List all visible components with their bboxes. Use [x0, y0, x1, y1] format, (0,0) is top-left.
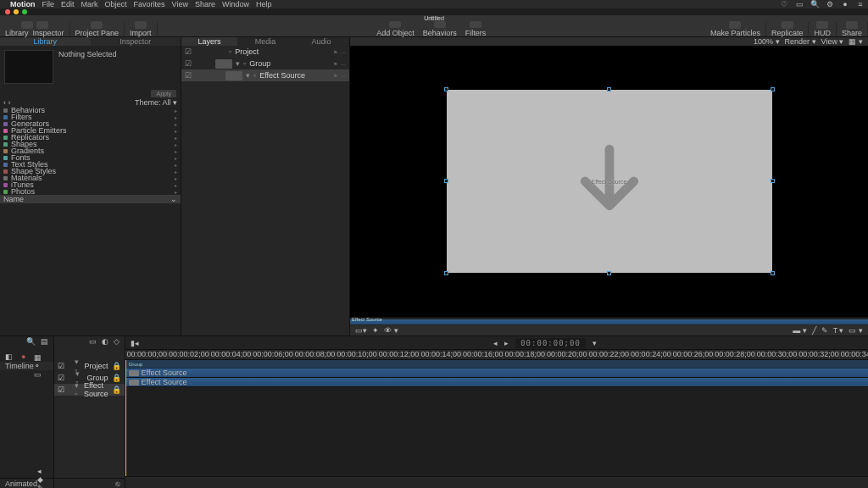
canvas[interactable]: Effect Source [350, 46, 868, 317]
visibility-checkbox[interactable]: ☑ [185, 59, 192, 68]
go-start[interactable]: ▮◂ [131, 339, 139, 347]
tool-share[interactable]: Share [837, 22, 868, 36]
tracks-area[interactable]: Group Effect Source Effect Source [125, 360, 868, 476]
zoom-window[interactable] [22, 9, 27, 14]
visibility-checkbox[interactable]: ☑ [58, 362, 64, 370]
tool-replicate[interactable]: Replicate [766, 22, 810, 36]
tab-inspector[interactable]: Inspector [91, 37, 181, 46]
display-icon[interactable]: ▭ [795, 0, 804, 8]
layer-row[interactable]: ☑▾▫Effect Source⚑⋯ [181, 69, 349, 81]
library-back[interactable]: ‹ › [3, 98, 11, 107]
keyframe-add[interactable]: ◆ [37, 475, 43, 484]
user-icon[interactable]: ● [841, 0, 849, 8]
show-keyframes-icon[interactable]: ◇ [114, 337, 120, 346]
menu-help[interactable]: Help [256, 0, 272, 8]
clip-track-1[interactable]: Effect Source [125, 369, 868, 378]
transport-bar: ▮◂ ◂ ▸ 00:00:00;00 ▾ ⟲ 🔉 [125, 336, 868, 350]
lock-icon[interactable]: ⚑ [333, 73, 337, 79]
timeline-row[interactable]: ☑▾ ▫Project🔒 [54, 360, 125, 372]
step-back[interactable]: ◂ [493, 339, 498, 347]
playhead[interactable] [125, 360, 126, 476]
menu-edit[interactable]: Edit [61, 0, 75, 8]
tool-select[interactable]: ▭▾ [355, 326, 367, 335]
tool-project-pane[interactable]: Project Pane [70, 22, 125, 36]
close-window[interactable] [5, 9, 10, 14]
clip-track-2[interactable]: Effect Source [125, 378, 868, 387]
canvas-render[interactable]: Render ▾ [785, 37, 816, 46]
tool-behaviors[interactable]: Behaviors [423, 21, 457, 37]
tab-layers[interactable]: Layers [181, 37, 237, 46]
play-button[interactable]: ▸ [504, 339, 509, 347]
record-button[interactable]: ● [21, 352, 25, 361]
timing-filter-icon[interactable]: ◧ [5, 352, 13, 361]
lock-icon[interactable]: ⚑ [333, 49, 337, 55]
tool-hud[interactable]: HUD [809, 22, 837, 36]
list-view-icon[interactable]: ▤ [41, 337, 48, 346]
show-video-icon[interactable]: ▭ [89, 337, 97, 346]
library-category[interactable]: Photos▸ [0, 188, 181, 195]
lock-icon[interactable]: 🔒 [112, 385, 121, 394]
tool-rectangle[interactable]: ▬ ▾ [793, 326, 807, 335]
lock-icon[interactable]: 🔒 [112, 362, 121, 370]
apply-button[interactable]: Apply [150, 89, 177, 98]
column-sort-icon[interactable]: ⌄ [170, 195, 177, 203]
spotlight-icon[interactable]: 🔍 [810, 0, 819, 8]
menu-extra-icon[interactable]: ≡ [856, 0, 865, 8]
timeline-row[interactable]: ☑▾ ▫Effect Source🔒 [54, 384, 125, 396]
minimize-window[interactable] [14, 9, 19, 14]
menu-share[interactable]: Share [195, 0, 215, 8]
mini-timeline[interactable]: Effect Source [350, 317, 868, 325]
menu-window[interactable]: Window [222, 0, 249, 8]
tool-text[interactable]: T ▾ [833, 326, 844, 335]
canvas-layout-icon[interactable]: ▦ ▾ [849, 37, 863, 46]
layer-row[interactable]: ☑▾▫Group⚑⋯ [181, 58, 349, 69]
menu-object[interactable]: Object [105, 0, 127, 8]
search-icon[interactable]: 🔍 [26, 337, 36, 346]
tool-line[interactable]: ╱ [812, 326, 816, 335]
timeline-options-icon[interactable]: ⚬ [34, 362, 41, 370]
name-column-header[interactable]: Name [3, 195, 24, 203]
main-toolbar: Library Inspector Project Pane Import Ad… [0, 22, 868, 37]
tool-make-particles[interactable]: Make Particles [705, 22, 766, 36]
lock-icon[interactable]: ⚑ [333, 61, 337, 67]
status-icon[interactable]: ♡ [780, 0, 788, 8]
time-ruler[interactable]: 00:00:00;0000:00:02;0000:00:04;0000:00:0… [125, 350, 868, 360]
control-center-icon[interactable]: ⚙ [826, 0, 834, 8]
timecode-display[interactable]: 00:00:00;00 [515, 338, 586, 348]
visibility-checkbox[interactable]: ☑ [185, 71, 192, 80]
timeline-view-icon[interactable]: ▦ [34, 353, 42, 362]
timecode-menu[interactable]: ▾ [593, 339, 597, 347]
visibility-checkbox[interactable]: ☑ [58, 385, 64, 394]
tool-library-inspector[interactable]: Library Inspector [0, 22, 70, 36]
group-track[interactable]: Group [125, 360, 868, 369]
canvas-zoom[interactable]: 100% ▾ [754, 37, 780, 46]
tool-mask[interactable]: ▭ ▾ [849, 326, 863, 335]
menu-mark[interactable]: Mark [81, 0, 98, 8]
keyframe-prev[interactable]: ◂ [37, 467, 42, 475]
canvas-view[interactable]: View ▾ [821, 37, 844, 46]
tool-add-object[interactable]: Add Object [376, 21, 415, 37]
lock-icon[interactable]: 🔒 [112, 374, 121, 382]
tab-audio[interactable]: Audio [293, 37, 349, 46]
visibility-checkbox[interactable]: ☑ [58, 374, 64, 382]
menu-view[interactable]: View [172, 0, 188, 8]
disclosure-icon[interactable]: ▾ [246, 71, 250, 80]
tool-view-options[interactable]: 👁 ▾ [384, 326, 398, 335]
tab-media[interactable]: Media [237, 37, 293, 46]
tool-3d[interactable]: ✦ [372, 326, 379, 335]
theme-dropdown[interactable]: All [162, 98, 170, 107]
visibility-checkbox[interactable]: ☑ [185, 47, 192, 56]
menu-favorites[interactable]: Favorites [134, 0, 165, 8]
keyframe-snap-icon[interactable]: ⎋ [115, 480, 120, 488]
menu-file[interactable]: File [42, 0, 55, 8]
ruler-tick: 00:00:06;00 [251, 350, 293, 359]
app-menu[interactable]: Motion [10, 0, 36, 8]
tool-import[interactable]: Import [125, 22, 158, 36]
layer-row[interactable]: ☑▫Project⚑⋯ [181, 46, 349, 58]
tool-pen[interactable]: ✎ [821, 326, 828, 335]
show-audio-icon[interactable]: ◐ [102, 337, 108, 346]
canvas-frame[interactable]: Effect Source [447, 90, 772, 273]
tool-filters[interactable]: Filters [465, 21, 487, 37]
disclosure-icon[interactable]: ▾ [236, 59, 240, 68]
tab-library[interactable]: Library [0, 37, 91, 46]
